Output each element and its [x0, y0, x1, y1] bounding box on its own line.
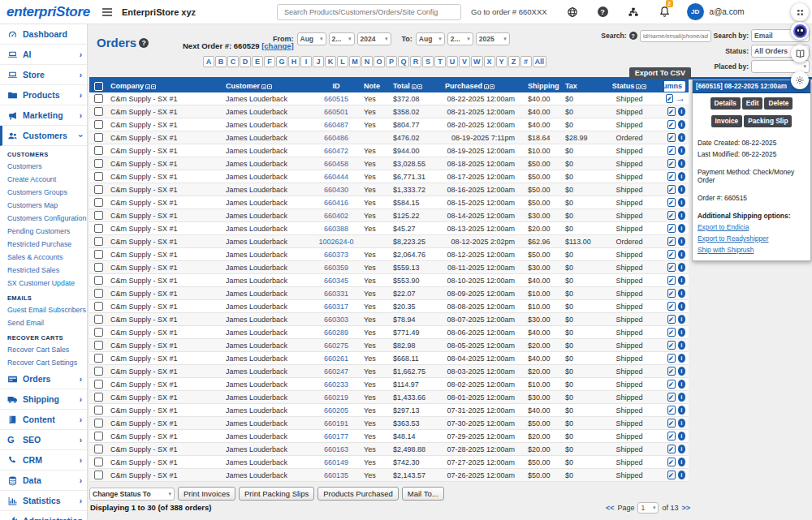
order-info-icon[interactable]: i — [678, 471, 685, 479]
order-info-icon[interactable]: i — [678, 289, 685, 298]
order-info-icon[interactable]: i — [678, 133, 685, 142]
alpha-filter-r[interactable]: R — [410, 56, 421, 67]
edit-order-icon[interactable] — [667, 380, 676, 389]
sidebar-link-pending-customers[interactable]: Pending Customers — [0, 225, 87, 238]
order-info-icon[interactable]: i — [678, 224, 685, 233]
row-checkbox[interactable] — [94, 172, 103, 181]
sort-desc-icon[interactable]: ▾ — [417, 84, 422, 89]
open-order-arrow-icon[interactable]: → — [676, 94, 685, 103]
order-info-icon[interactable]: i — [678, 341, 685, 350]
edit-order-icon[interactable] — [667, 406, 676, 415]
apps-grid-icon[interactable] — [791, 3, 809, 21]
order-info-icon[interactable]: i — [678, 419, 685, 428]
alpha-filter-f[interactable]: F — [264, 56, 275, 67]
invoice-button[interactable]: Invoice — [711, 115, 743, 127]
order-id-link[interactable]: 660219 — [324, 393, 348, 402]
order-info-icon[interactable]: i — [678, 380, 685, 389]
row-checkbox[interactable] — [94, 341, 103, 350]
row-checkbox[interactable] — [94, 146, 103, 155]
sidebar-item-content[interactable]: Content› — [0, 410, 87, 430]
order-info-icon[interactable]: i — [678, 172, 685, 181]
sidebar-item-statistics[interactable]: Statistics› — [0, 491, 87, 511]
row-checkbox[interactable] — [94, 380, 103, 389]
edit-order-icon[interactable] — [667, 237, 676, 246]
sort-desc-icon[interactable]: ▾ — [490, 84, 495, 89]
to-select-2[interactable]: 2025▾ — [476, 32, 510, 45]
details-button[interactable]: Details — [710, 97, 741, 110]
sidebar-item-administration[interactable]: Administration — [0, 511, 87, 520]
alpha-filter-v[interactable]: V — [459, 56, 470, 67]
edit-order-icon[interactable] — [667, 302, 676, 311]
alpha-filter-n[interactable]: N — [361, 56, 373, 67]
reading-mode-icon[interactable] — [791, 45, 809, 62]
row-checkbox[interactable] — [94, 302, 103, 311]
order-info-icon[interactable]: i — [678, 302, 685, 311]
alpha-filter-s[interactable]: S — [422, 56, 434, 67]
alpha-filter-u[interactable]: U — [447, 56, 458, 67]
order-info-icon[interactable]: i — [678, 393, 685, 402]
row-checkbox[interactable] — [94, 224, 103, 233]
order-info-icon[interactable]: i — [678, 263, 685, 272]
search-help-icon[interactable]: ? — [629, 32, 637, 40]
app-logo[interactable]: enterpriStore — [6, 4, 88, 20]
order-id-link[interactable]: 660177 — [324, 432, 348, 440]
edit-order-icon[interactable] — [667, 224, 676, 233]
to-select-0[interactable]: Aug▾ — [416, 32, 445, 45]
alpha-filter-e[interactable]: E — [252, 56, 263, 67]
sidebar-item-marketing[interactable]: Marketing› — [0, 105, 87, 126]
help-icon[interactable]: ? — [598, 6, 608, 17]
order-id-link[interactable]: 660388 — [324, 225, 348, 233]
order-info-icon[interactable]: i — [678, 315, 685, 324]
order-id-link[interactable]: 660486 — [324, 134, 348, 142]
edit-order-icon[interactable] — [667, 276, 676, 285]
alpha-filter-i[interactable]: I — [300, 56, 312, 67]
row-checkbox[interactable] — [94, 471, 103, 479]
to-select-1[interactable]: 2...▾ — [447, 32, 473, 45]
order-id-link[interactable]: 660331 — [324, 290, 348, 298]
mail-to-button[interactable]: Mail To... — [402, 487, 444, 501]
edit-order-icon[interactable] — [667, 328, 676, 337]
sitemap-icon[interactable] — [628, 6, 639, 18]
order-id-link[interactable]: 660191 — [324, 419, 348, 428]
edit-order-icon[interactable] — [667, 458, 676, 466]
row-checkbox[interactable] — [94, 432, 103, 440]
sort-desc-icon[interactable]: ▾ — [267, 84, 272, 89]
alpha-filter-c[interactable]: C — [227, 56, 239, 67]
prev-page-link[interactable]: << — [606, 504, 615, 512]
packing-slip-button[interactable]: Packing Slip — [744, 115, 792, 127]
row-checkbox[interactable] — [94, 315, 103, 324]
edit-order-icon[interactable] — [667, 172, 676, 181]
order-info-icon[interactable]: i — [678, 146, 685, 155]
from-select-0[interactable]: Aug▾ — [297, 32, 326, 45]
hamburger-menu-icon[interactable] — [101, 6, 114, 19]
change-status-select[interactable]: Change Status To▾ — [89, 488, 175, 501]
edit-columns-button[interactable]: Edit Columns — [664, 81, 685, 92]
alpha-filter-d[interactable]: D — [240, 56, 251, 67]
order-info-icon[interactable]: i — [678, 354, 685, 363]
order-info-icon[interactable]: i — [678, 458, 685, 466]
edit-order-icon[interactable] — [667, 341, 676, 350]
order-id-link[interactable]: 660501 — [324, 108, 348, 116]
row-checkbox[interactable] — [94, 393, 103, 402]
row-checkbox[interactable] — [94, 159, 103, 168]
edit-order-icon[interactable] — [666, 94, 673, 103]
order-id-link[interactable]: 660472 — [324, 147, 348, 155]
row-checkbox[interactable] — [94, 367, 103, 376]
sidebar-link-recover-cart-sales[interactable]: Recover Cart Sales — [0, 343, 87, 356]
row-checkbox[interactable] — [94, 94, 103, 103]
order-id-link[interactable]: 660402 — [324, 212, 348, 220]
products-purchased-button[interactable]: Products Purchased — [317, 487, 399, 501]
sidebar-item-crm[interactable]: CRM› — [0, 450, 87, 471]
edit-order-icon[interactable] — [667, 159, 676, 168]
avatar[interactable]: JD — [687, 3, 704, 20]
alpha-filter-all[interactable]: All — [533, 56, 547, 67]
edit-order-icon[interactable] — [667, 419, 676, 428]
row-checkbox[interactable] — [94, 458, 103, 466]
row-checkbox[interactable] — [94, 328, 103, 337]
alpha-filter-[interactable]: # — [520, 56, 532, 67]
edit-order-icon[interactable] — [667, 250, 676, 259]
order-id-link[interactable]: 660359 — [324, 264, 348, 272]
order-id-link[interactable]: 660515 — [324, 95, 348, 103]
order-info-icon[interactable]: i — [678, 198, 685, 207]
alpha-filter-g[interactable]: G — [276, 56, 287, 67]
